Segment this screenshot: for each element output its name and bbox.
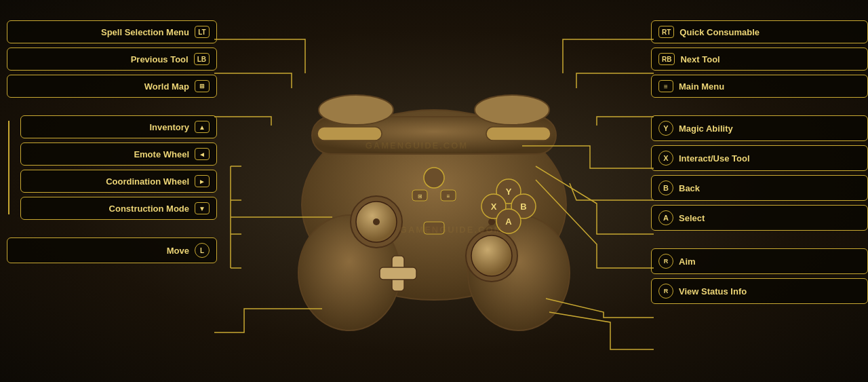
svg-text:Y: Y xyxy=(506,187,512,197)
spacer-1 xyxy=(7,102,217,111)
svg-rect-6 xyxy=(317,127,382,140)
rb-badge: RB xyxy=(658,53,675,65)
quick-consumable-button[interactable]: RT Quick Consumable xyxy=(651,20,868,43)
svg-text:B: B xyxy=(520,202,526,212)
inventory-badge: ▲ xyxy=(195,121,210,133)
svg-point-4 xyxy=(319,95,393,125)
emote-wheel-label: Emote Wheel xyxy=(28,149,189,159)
previous-tool-label: Previous Tool xyxy=(14,54,189,64)
quick-consumable-label: Quick Consumable xyxy=(679,27,861,37)
view-status-info-label: View Status Info xyxy=(679,286,861,297)
dpad-group: Inventory ▲ Emote Wheel ◄ Coordination W… xyxy=(20,115,217,220)
spell-selection-button[interactable]: Spell Selection Menu LT xyxy=(7,20,217,43)
svg-point-15 xyxy=(488,218,495,225)
y-badge: Y xyxy=(658,121,673,136)
right-panel: RT Quick Consumable RB Next Tool ≡ Main … xyxy=(651,20,868,304)
spacer-r2 xyxy=(651,235,868,244)
b-badge: B xyxy=(658,180,673,195)
rt-badge: RT xyxy=(658,26,674,38)
world-map-badge: ⊞ xyxy=(195,80,210,92)
magic-ability-label: Magic Ability xyxy=(679,123,861,134)
coordination-wheel-badge: ► xyxy=(195,175,210,187)
svg-rect-12 xyxy=(380,267,416,280)
inventory-button[interactable]: Inventory ▲ xyxy=(20,115,217,138)
svg-text:X: X xyxy=(491,202,497,212)
x-badge: X xyxy=(658,151,673,166)
main-menu-badge: ≡ xyxy=(658,80,673,92)
left-panel: Spell Selection Menu LT Previous Tool LB… xyxy=(0,20,217,263)
aim-label: Aim xyxy=(679,256,861,267)
back-button[interactable]: B Back xyxy=(651,175,868,201)
coordination-wheel-button[interactable]: Coordination Wheel ► xyxy=(20,170,217,193)
next-tool-label: Next Tool xyxy=(680,54,861,64)
back-label: Back xyxy=(679,183,861,193)
construction-mode-label: Construction Mode xyxy=(28,204,189,214)
interact-use-tool-label: Interact/Use Tool xyxy=(679,153,861,164)
main-menu-button[interactable]: ≡ Main Menu xyxy=(651,75,868,98)
move-badge: L xyxy=(195,243,210,258)
spacer-r1 xyxy=(651,102,868,111)
world-map-label: World Map xyxy=(14,81,189,92)
bracket-line xyxy=(8,121,9,214)
svg-rect-29 xyxy=(424,222,444,234)
select-button[interactable]: A Select xyxy=(651,205,868,231)
spacer-2 xyxy=(7,224,217,233)
a-badge: A xyxy=(658,210,673,225)
move-label: Move xyxy=(14,246,189,256)
svg-point-5 xyxy=(475,95,549,125)
emote-wheel-badge: ◄ xyxy=(195,148,210,160)
emote-wheel-button[interactable]: Emote Wheel ◄ xyxy=(20,142,217,166)
spell-selection-label: Spell Selection Menu xyxy=(14,27,189,37)
view-status-r-badge: R xyxy=(658,284,673,299)
controller-diagram: Y X B A ⊞ ≡ xyxy=(244,49,624,334)
inventory-label: Inventory xyxy=(28,122,189,132)
magic-ability-button[interactable]: Y Magic Ability xyxy=(651,115,868,141)
coordination-wheel-label: Coordination Wheel xyxy=(28,176,189,187)
lb-badge: LB xyxy=(194,53,210,65)
svg-text:⊞: ⊞ xyxy=(418,193,422,199)
aim-button[interactable]: R Aim xyxy=(651,248,868,274)
main-menu-label: Main Menu xyxy=(679,81,861,92)
previous-tool-button[interactable]: Previous Tool LB xyxy=(7,47,217,71)
svg-text:A: A xyxy=(505,216,512,227)
select-label: Select xyxy=(679,213,861,223)
aim-r-badge: R xyxy=(658,254,673,269)
next-tool-button[interactable]: RB Next Tool xyxy=(651,47,868,71)
svg-text:≡: ≡ xyxy=(447,193,450,199)
move-button[interactable]: Move L xyxy=(7,237,217,263)
construction-mode-badge: ▼ xyxy=(195,202,210,214)
lt-badge: LT xyxy=(195,26,210,38)
svg-point-10 xyxy=(373,218,380,225)
svg-point-28 xyxy=(424,168,444,188)
interact-use-tool-button[interactable]: X Interact/Use Tool xyxy=(651,145,868,171)
svg-rect-7 xyxy=(486,127,551,140)
main-container: Spell Selection Menu LT Previous Tool LB… xyxy=(0,0,868,382)
view-status-info-button[interactable]: R View Status Info xyxy=(651,278,868,304)
svg-point-14 xyxy=(471,235,512,276)
world-map-button[interactable]: World Map ⊞ xyxy=(7,75,217,98)
construction-mode-button[interactable]: Construction Mode ▼ xyxy=(20,197,217,220)
